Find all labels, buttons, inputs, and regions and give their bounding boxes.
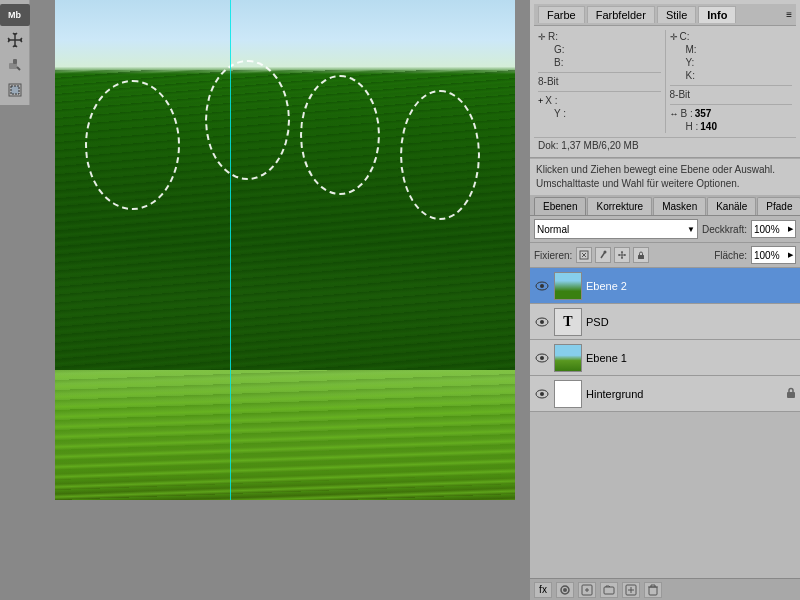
m-label: M:	[686, 44, 698, 55]
layer-eye-hintergrund[interactable]	[534, 386, 550, 402]
b-left-label: B:	[554, 57, 566, 68]
layer-mask-button[interactable]	[556, 582, 574, 598]
r-label: R:	[548, 31, 560, 42]
layer-thumb-hintergrund	[554, 380, 582, 408]
tab-kanaele[interactable]: Kanäle	[707, 197, 756, 215]
layer-name-hintergrund: Hintergrund	[586, 388, 782, 400]
info-right-col: ✛ C: M: Y:	[670, 30, 793, 133]
lock-icon-move[interactable]	[614, 247, 630, 263]
tab-pfade[interactable]: Pfade	[757, 197, 800, 215]
layers-panel: Ebenen Korrekture Masken Kanäle Pfade ≡ …	[530, 195, 800, 600]
layer-row-psd[interactable]: T PSD	[530, 304, 800, 340]
info-divider-right2	[670, 104, 793, 105]
info-k-row: K:	[670, 69, 793, 82]
thumb-ebene1-landscape	[555, 345, 581, 371]
selection-3	[300, 75, 380, 195]
layer-delete-button[interactable]	[644, 582, 662, 598]
lock-icon-paint[interactable]	[595, 247, 611, 263]
bit-depth-left: 8-Bit	[538, 75, 661, 88]
svg-rect-4	[11, 86, 19, 94]
blend-mode-arrow: ▼	[687, 225, 695, 234]
svg-point-17	[540, 284, 544, 288]
canvas-content	[55, 0, 515, 500]
c-label: C:	[680, 31, 692, 42]
b-right-value: 357	[695, 108, 712, 119]
panel-options-icon[interactable]: ≡	[786, 9, 792, 20]
lock-row: Fixieren: Fläche:	[530, 243, 800, 268]
crosshair-icon: +	[538, 96, 543, 106]
layer-thumb-psd: T	[554, 308, 582, 336]
guide-line	[230, 0, 231, 500]
layers-tabs: Ebenen Korrekture Masken Kanäle Pfade ≡	[530, 195, 800, 216]
svg-rect-1	[13, 59, 17, 64]
fill-arrow: ▶	[788, 251, 793, 259]
tab-farbfelder[interactable]: Farbfelder	[587, 6, 655, 23]
svg-point-23	[540, 392, 544, 396]
g-label: G:	[554, 44, 566, 55]
layer-eye-ebene2[interactable]	[534, 278, 550, 294]
fill-label: Fläche:	[714, 250, 747, 261]
main-container: Mb	[0, 0, 800, 600]
info-g-row: G:	[538, 43, 661, 56]
info-b-left-row: B:	[538, 56, 661, 69]
selection-4	[400, 90, 480, 220]
info-m-row: M:	[670, 43, 793, 56]
lock-icon-all[interactable]	[633, 247, 649, 263]
tab-stile[interactable]: Stile	[657, 6, 696, 23]
x-label: X :	[545, 95, 557, 106]
tool-panel-left: Mb	[0, 0, 30, 105]
mb-icon[interactable]: Mb	[0, 4, 30, 26]
layer-eye-psd[interactable]	[534, 314, 550, 330]
tab-masken[interactable]: Masken	[653, 197, 706, 215]
info-y-right-row: Y:	[670, 56, 793, 69]
svg-point-8	[604, 251, 607, 254]
selection-2	[205, 60, 290, 180]
opacity-label: Deckkraft:	[702, 224, 747, 235]
fill-val: 100%	[754, 250, 780, 261]
tab-info[interactable]: Info	[698, 6, 736, 23]
info-r-row: ✛ R:	[538, 30, 661, 43]
y-right-label: Y:	[686, 57, 698, 68]
tool-eyedropper[interactable]	[4, 54, 26, 76]
blend-mode-select[interactable]: Normal ▼	[534, 219, 698, 239]
layer-eye-ebene1[interactable]	[534, 350, 550, 366]
layer-lock-hintergrund	[786, 387, 796, 401]
tab-farbe[interactable]: Farbe	[538, 6, 585, 23]
fill-input[interactable]: 100% ▶	[751, 246, 796, 264]
opacity-input[interactable]: 100% ▶	[751, 220, 796, 238]
info-y-row: Y :	[538, 107, 661, 120]
svg-point-21	[540, 356, 544, 360]
right-panel: Farbe Farbfelder Stile Info ≡ ✛ R:	[530, 0, 800, 600]
eyedropper-right-icon: ✛	[670, 32, 678, 42]
layer-adjustment-button[interactable]	[578, 582, 596, 598]
layer-row-ebene1[interactable]: Ebene 1	[530, 340, 800, 376]
y-label: Y :	[554, 108, 566, 119]
layer-group-button[interactable]	[600, 582, 618, 598]
lock-icon-transparent[interactable]	[576, 247, 592, 263]
canvas-area: Mb	[0, 0, 530, 600]
lock-icons	[576, 247, 649, 263]
k-label: K:	[686, 70, 698, 81]
info-col-divider	[665, 30, 666, 133]
layer-style-button[interactable]: fx	[534, 582, 552, 598]
tab-ebenen[interactable]: Ebenen	[534, 197, 586, 215]
thumb-ebene2-grass	[555, 273, 581, 299]
layer-thumb-ebene2	[554, 272, 582, 300]
lock-label: Fixieren:	[534, 250, 572, 261]
blend-mode-value: Normal	[537, 224, 569, 235]
tool-move[interactable]	[4, 29, 26, 51]
opacity-arrow: ▶	[788, 225, 793, 233]
layer-row-hintergrund[interactable]: Hintergrund	[530, 376, 800, 412]
layers-bottom: fx	[530, 578, 800, 600]
layer-name-ebene2: Ebene 2	[586, 280, 796, 292]
svg-rect-34	[649, 587, 657, 595]
blend-opacity-row: Normal ▼ Deckkraft: 100% ▶	[530, 216, 800, 243]
tab-korrekture[interactable]: Korrekture	[587, 197, 652, 215]
layer-new-button[interactable]	[622, 582, 640, 598]
tool-crop[interactable]	[4, 79, 26, 101]
info-divider-right	[670, 85, 793, 86]
bit-depth-right: 8-Bit	[670, 88, 793, 101]
h-label: H :	[686, 121, 699, 132]
layer-row-ebene2[interactable]: Ebene 2	[530, 268, 800, 304]
lower-grass	[55, 370, 515, 500]
